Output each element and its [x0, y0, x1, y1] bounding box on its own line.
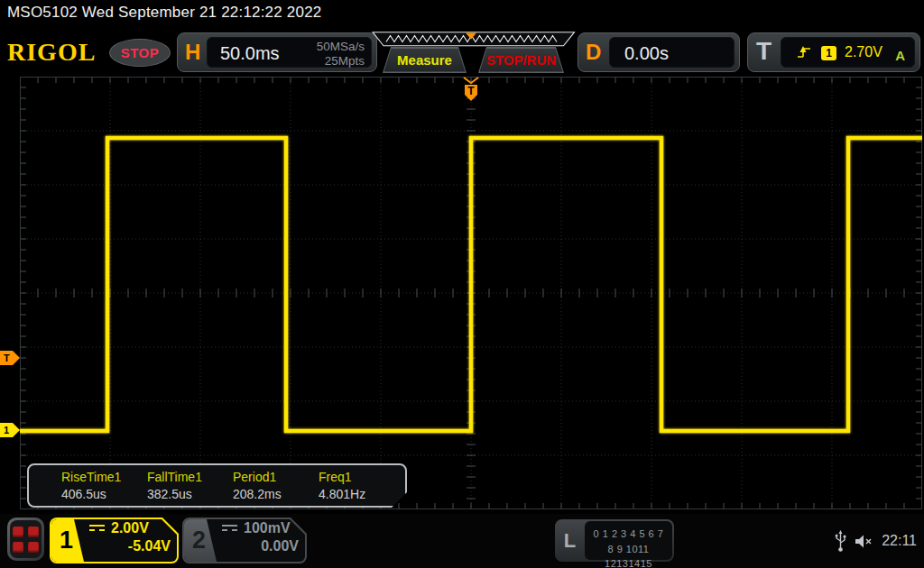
menu-square	[28, 542, 39, 553]
logic-row2: 8 9 1011 12131415	[605, 544, 652, 568]
measurement-period: Period1 208.2ms	[233, 465, 319, 506]
channel1-offset-marker[interactable]: 1	[0, 423, 20, 437]
channel1-scale: 2.00V	[111, 520, 149, 536]
menu-grid-button[interactable]	[7, 518, 44, 561]
measurement-label: FallTime1	[147, 470, 233, 484]
svg-text:T: T	[467, 85, 475, 97]
trigger-sweep-mode: A	[895, 48, 905, 63]
trigger-block[interactable]: T 1 2.70V A	[747, 32, 920, 72]
timebase-box: 50.0ms 50MSa/s 25Mpts	[207, 37, 372, 68]
delay-block[interactable]: D 0.00s	[578, 32, 740, 72]
memory-position-strip[interactable]	[372, 32, 576, 47]
measurement-results-panel[interactable]: RiseTime1 406.5us FallTime1 382.5us Peri…	[27, 463, 407, 508]
measurement-freq: Freq1 4.801Hz	[319, 465, 404, 506]
usb-icon	[835, 530, 846, 553]
logic-channels-block[interactable]: L 0 1 2 3 4 5 6 7 8 9 1011 12131415	[555, 519, 674, 562]
measurement-value: 4.801Hz	[319, 487, 404, 501]
horizontal-label: H	[185, 40, 200, 65]
memory-depth: 25Mpts	[325, 54, 365, 68]
menu-square	[13, 542, 23, 553]
channel1-offset: -5.04V	[89, 538, 171, 554]
trigger-level-marker[interactable]: T	[0, 351, 20, 365]
measurement-value: 382.5us	[147, 487, 233, 501]
channel2-scale: 100mV	[244, 520, 291, 536]
measurement-value: 406.5us	[61, 487, 147, 501]
logic-label: L	[555, 519, 585, 562]
menu-square	[28, 527, 39, 537]
logic-channel-list: 0 1 2 3 4 5 6 7 8 9 1011 12131415	[585, 521, 672, 560]
measurement-value: 208.2ms	[233, 487, 319, 501]
channel2-offset: 0.00V	[222, 538, 299, 554]
channel1-values: 2.00V -5.04V	[89, 520, 171, 554]
timebase-value: 50.0ms	[220, 43, 280, 64]
status-icons: 22:11	[835, 514, 920, 568]
delay-value: 0.00s	[624, 43, 669, 64]
trigger-box: 1 2.70V A	[781, 37, 915, 68]
bottom-status-bar: 1 2.00V -5.04V 2 100mV 0.00V L 0 1 2 3 4…	[0, 514, 924, 568]
measurement-label: Period1	[233, 470, 319, 484]
menu-square	[13, 527, 23, 537]
samplerate-memdepth: 50MSa/s 25Mpts	[317, 40, 365, 69]
stop-run-button[interactable]: STOP/RUN	[478, 47, 564, 73]
sample-rate: 50MSa/s	[317, 40, 365, 53]
logic-row1: 0 1 2 3 4 5 6 7	[594, 528, 664, 539]
rigol-logo: RIGOL	[7, 38, 96, 67]
status-titlebar: MSO5102 Wed September 21 22:12:22 2022	[0, 0, 924, 27]
header-bar: RIGOL STOP H 50.0ms 50MSa/s 25Mpts Measu…	[0, 27, 924, 77]
measurement-label: Freq1	[319, 470, 404, 484]
menu-grid-icon	[10, 520, 42, 558]
channel2-values: 100mV 0.00V	[222, 520, 299, 554]
clock-time: 22:11	[882, 533, 917, 549]
measurement-risetime: RiseTime1 406.5us	[61, 465, 147, 506]
trigger-level-value: 2.70V	[845, 44, 882, 60]
delay-label: D	[586, 40, 601, 65]
stop-run-button-label: STOP/RUN	[480, 49, 563, 72]
rising-edge-icon	[796, 44, 813, 60]
horizontal-timebase-block[interactable]: H 50.0ms 50MSa/s 25Mpts	[177, 32, 377, 72]
measurement-falltime: FallTime1 382.5us	[147, 465, 233, 506]
delay-box: 0.00s	[609, 37, 735, 68]
trigger-label: T	[756, 37, 772, 66]
sound-muted-icon	[855, 534, 873, 549]
waveform-display[interactable]: .gd{stroke:#2b2e30;stroke-dasharray:1 3}…	[20, 77, 922, 509]
measurement-label: RiseTime1	[61, 470, 147, 484]
channel2-block[interactable]: 2 100mV 0.00V	[182, 518, 307, 563]
trigger-source-badge: 1	[821, 46, 836, 60]
channel1-block[interactable]: 1 2.00V -5.04V	[50, 518, 179, 563]
dc-coupling-icon	[222, 525, 237, 533]
run-state-badge: STOP	[109, 39, 171, 67]
measure-button-label: Measure	[384, 49, 466, 72]
dc-coupling-icon	[89, 525, 105, 533]
measure-button[interactable]: Measure	[383, 47, 467, 73]
model-and-datetime: MSO5102 Wed September 21 22:12:22 2022	[7, 4, 321, 22]
